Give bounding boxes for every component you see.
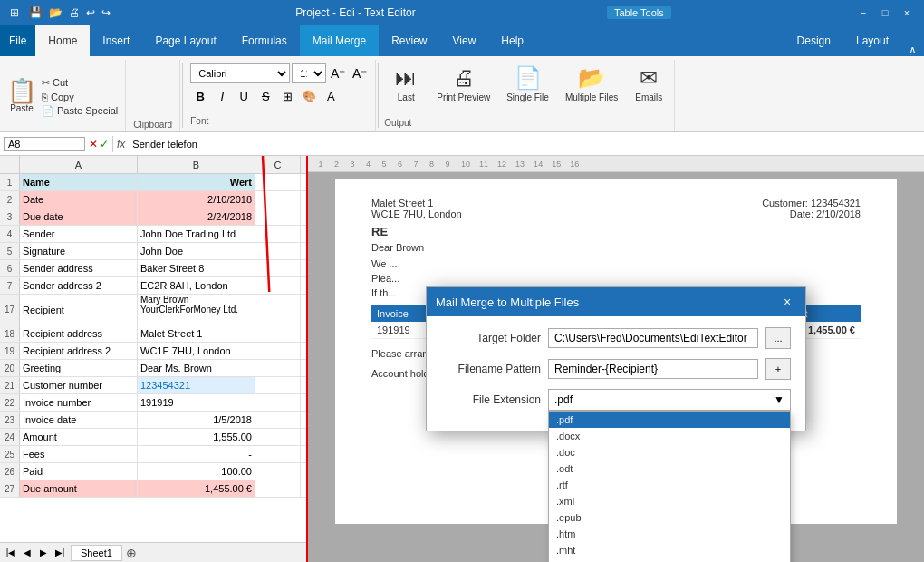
cell-a2[interactable]: Date [20,191,138,208]
cell-b22[interactable]: 191919 [138,394,255,411]
tab-help[interactable]: Help [488,25,536,56]
cell-b25[interactable]: - [138,446,255,462]
cell-a22[interactable]: Invoice number [20,394,138,411]
target-folder-browse-btn[interactable]: ... [765,327,791,349]
confirm-formula-btn[interactable]: ✓ [100,138,109,150]
sheet-tab-1[interactable]: Sheet1 [71,545,122,561]
ribbon-tab-expand[interactable]: ∧ [901,44,924,56]
bold-button[interactable]: B [190,86,210,106]
cell-b21[interactable]: 123454321 [138,377,255,393]
print-preview-button[interactable]: 🖨 Print Preview [429,62,497,106]
font-increase-btn[interactable]: A⁺ [328,63,348,83]
tab-formulas[interactable]: Formulas [229,25,300,56]
cell-a25[interactable]: Fees [20,446,138,462]
cut-button[interactable]: ✂ Cut [38,76,121,90]
cell-a24[interactable]: Amount [20,429,138,445]
cell-b19[interactable]: WC1E 7HU, London [138,343,255,359]
cell-b17[interactable]: Mary BrownYourClerkForMoney Ltd. [138,295,255,325]
cell-a18[interactable]: Recipient address [20,325,138,342]
cancel-formula-btn[interactable]: ✕ [89,138,98,150]
tab-mail-merge[interactable]: Mail Merge [300,25,379,56]
quick-access-print[interactable]: 🖨 [69,6,80,19]
font-color-button[interactable]: A [321,86,341,106]
dropdown-item-rtf[interactable]: .rtf [549,477,790,493]
tab-home[interactable]: Home [35,25,90,56]
cell-a26[interactable]: Paid [20,463,138,480]
cell-b4[interactable]: John Doe Trading Ltd [138,226,255,242]
maximize-btn[interactable]: □ [875,4,895,22]
cell-a4[interactable]: Sender [20,226,138,242]
dropdown-item-txt[interactable]: .txt [549,558,790,562]
font-name-dropdown[interactable]: Calibri [190,63,290,83]
multiple-files-button[interactable]: 📂 Multiple Files [558,62,625,106]
cell-b20[interactable]: Dear Ms. Brown [138,360,255,376]
cell-a20[interactable]: Greeting [20,360,138,376]
cell-b18[interactable]: Malet Street 1 [138,325,255,342]
dropdown-item-htm[interactable]: .htm [549,526,790,542]
dropdown-item-odt[interactable]: .odt [549,460,790,477]
filename-pattern-add-btn[interactable]: + [765,358,791,380]
sheet-nav-next[interactable]: ▶ [36,546,51,560]
cell-a21[interactable]: Customer number [20,377,138,393]
name-box[interactable] [4,137,85,151]
file-extension-select[interactable]: .pdf ▼ [548,389,791,411]
filename-pattern-input[interactable] [548,359,758,379]
dropdown-item-xml[interactable]: .xml [549,493,790,509]
target-folder-input[interactable] [548,328,758,348]
cell-a5[interactable]: Signature [20,243,138,259]
dialog-close-button[interactable]: × [778,293,796,311]
font-decrease-btn[interactable]: A⁻ [350,63,370,83]
paste-button[interactable]: 📋 Paste [5,74,38,117]
cell-a19[interactable]: Recipient address 2 [20,343,138,359]
italic-button[interactable]: I [212,86,232,106]
tab-page-layout[interactable]: Page Layout [142,25,228,56]
cell-a23[interactable]: Invoice date [20,412,138,428]
cell-b3[interactable]: 2/24/2018 [138,208,255,225]
cell-b1[interactable]: Wert [138,174,255,190]
formula-input[interactable] [129,138,920,150]
dropdown-item-mht[interactable]: .mht [549,542,790,558]
tab-insert[interactable]: Insert [90,25,142,56]
dropdown-item-docx[interactable]: .docx [549,428,790,444]
cell-b6[interactable]: Baker Street 8 [138,260,255,276]
quick-access-redo[interactable]: ↪ [101,6,111,19]
cell-a3[interactable]: Due date [20,208,138,225]
cell-a17[interactable]: Recipient [20,295,138,325]
tab-view[interactable]: View [440,25,489,56]
tab-review[interactable]: Review [379,25,439,56]
last-button[interactable]: ⏭ Last [384,62,428,106]
cell-b2[interactable]: 2/10/2018 [138,191,255,208]
dropdown-item-epub[interactable]: .epub [549,509,790,526]
single-file-button[interactable]: 📄 Single File [499,62,556,106]
tab-design[interactable]: Design [784,25,843,56]
cell-a1[interactable]: Name [20,174,138,190]
cell-b7[interactable]: EC2R 8AH, London [138,277,255,294]
dropdown-item-pdf[interactable]: .pdf [549,412,790,428]
copy-button[interactable]: ⎘ Copy [38,91,121,103]
sheet-nav-last[interactable]: ▶| [53,546,67,560]
font-size-dropdown[interactable]: 11 [292,63,326,83]
dropdown-item-doc[interactable]: .doc [549,444,790,460]
quick-access-undo[interactable]: ↩ [86,6,95,19]
paste-special-button[interactable]: 📄 Paste Special [38,104,121,118]
cell-b23[interactable]: 1/5/2018 [138,412,255,428]
emails-button[interactable]: ✉ Emails [627,62,670,106]
cell-b5[interactable]: John Doe [138,243,255,259]
strikethrough-button[interactable]: S [255,86,275,106]
minimize-btn[interactable]: − [853,4,873,22]
quick-access-save[interactable]: 💾 [29,6,43,19]
add-sheet-btn[interactable]: ⊕ [122,544,140,562]
border-button[interactable]: ⊞ [277,86,297,106]
tab-file[interactable]: File [0,25,35,56]
cell-a6[interactable]: Sender address [20,260,138,276]
sheet-nav-prev[interactable]: ◀ [20,546,34,560]
cell-b26[interactable]: 100.00 [138,463,255,480]
cell-a7[interactable]: Sender address 2 [20,277,138,294]
close-btn[interactable]: × [897,4,917,22]
fill-color-button[interactable]: 🎨 [299,86,319,106]
quick-access-open[interactable]: 📂 [49,6,63,19]
cell-b27[interactable]: 1,455.00 € [138,480,255,497]
tab-layout[interactable]: Layout [843,25,901,56]
sheet-nav-first[interactable]: |◀ [4,546,18,560]
underline-button[interactable]: U [234,86,254,106]
